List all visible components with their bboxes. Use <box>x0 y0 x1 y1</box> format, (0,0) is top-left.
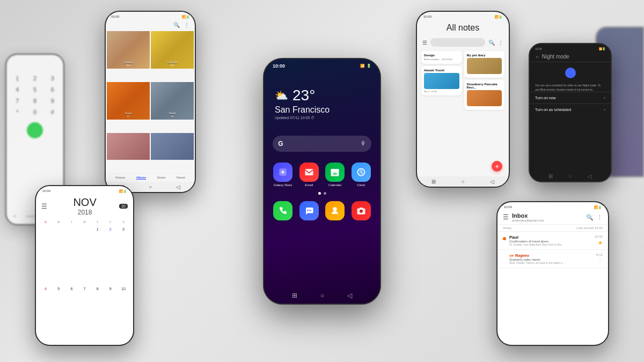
notes-status-bar: 10:00 📶🔋 <box>417 12 509 20</box>
night-mode-toggle[interactable] <box>565 68 576 78</box>
calendar-icon: 28 <box>325 162 345 182</box>
notes-add-fab[interactable]: + <box>492 161 502 172</box>
gallery-tabs: Pictures Albums Stories Shared <box>106 173 195 182</box>
night-turn-on-scheduled[interactable]: Turn on as scheduled › <box>530 104 611 115</box>
inbox-last-synced: Last synced 10:32 <box>576 226 603 230</box>
weather-city: San Francisco <box>275 105 369 115</box>
weather-temperature: 23° <box>292 87 315 104</box>
vip-dot <box>503 255 506 258</box>
night-mode-phone: 10:00 📶🔋 ← Night mode You can set a sche… <box>529 43 612 182</box>
svg-point-6 <box>307 210 308 211</box>
notes-col-left: Design Book a vacation... 11/2 10:24... … <box>421 51 462 174</box>
calendar-header: ☰ NOV 2018 20 <box>36 194 133 218</box>
inbox-email: androidux@gmail.com <box>512 219 583 222</box>
notes-phone: 10:00 📶🔋 All notes ☰ 🔍 ⋮ Design Book a v… <box>416 11 510 188</box>
calendar-grid: - - - - 1 2 3 4 5 6 7 8 9 10 <box>36 226 133 345</box>
calendar-badge: 20 <box>119 204 128 209</box>
inbox-search-icon[interactable]: 🔍 <box>586 214 594 221</box>
svg-point-9 <box>333 207 338 211</box>
preview-paul: Hi, Charlie. Your flight from New York t… <box>509 243 591 246</box>
svg-rect-1 <box>305 169 313 175</box>
note-strawberry[interactable]: Strawberry Pancake Reci... <box>464 80 505 110</box>
app-calendar[interactable]: 28 Calendar <box>325 162 345 187</box>
gallery-status-bar: 10:00 📶🔋 <box>106 12 195 20</box>
center-status-bar: 10:00 📶 🔋 <box>264 59 380 71</box>
dock-messages-icon[interactable] <box>299 201 319 220</box>
page-dots <box>318 192 326 195</box>
app-galaxy-store[interactable]: Galaxy Store <box>273 162 292 187</box>
calendar-month: NOV <box>50 196 119 209</box>
notes-title: All notes <box>417 20 509 36</box>
center-status-icons: 📶 🔋 <box>360 64 371 68</box>
app-clock[interactable]: Clock <box>352 162 371 187</box>
search-bar[interactable]: G 🎙 <box>273 136 371 152</box>
nav-bar: ⊞ ○ ◁ <box>264 292 380 299</box>
svg-text:28: 28 <box>333 172 337 175</box>
inbox-menu-icon[interactable]: ☰ <box>503 213 509 221</box>
gallery-time: 10:00 <box>111 15 119 19</box>
notes-search[interactable] <box>430 38 485 47</box>
note-pet-diary[interactable]: My pet diary <box>464 51 505 78</box>
call-button <box>27 122 43 138</box>
time-rajeev: 8:12 <box>596 253 603 256</box>
gallery-cell-street: Street 124 <box>151 82 194 132</box>
inbox-title: Inbox <box>512 212 583 219</box>
inbox-more-icon[interactable]: ⋮ <box>597 214 603 221</box>
app-row-main: Galaxy Store Email 28 <box>270 162 374 187</box>
nav-back: ◁ <box>347 292 352 299</box>
svg-point-11 <box>360 209 363 212</box>
center-time: 10:00 <box>273 63 285 69</box>
dock-phone-icon[interactable] <box>273 201 292 220</box>
note-design[interactable]: Design Book a vacation... 11/2 10:24... <box>421 51 462 64</box>
galaxy-store-label: Galaxy Store <box>274 183 292 187</box>
night-status-bar: 10:00 📶🔋 <box>530 44 611 51</box>
app-email[interactable]: Email <box>299 162 319 187</box>
night-turn-on-now[interactable]: Turn on now › <box>530 92 611 104</box>
email-label: Email <box>305 183 313 187</box>
preview-rajeev: Dear Charlie, There's an issue in the la… <box>509 261 593 264</box>
inbox-status-bar: 10:00 📶🔋 <box>497 202 608 210</box>
gallery-cell-favorite: Favorite 1987 <box>151 31 194 81</box>
notes-time: 10:00 <box>423 15 431 19</box>
time-paul: 10:32 <box>595 235 603 238</box>
gallery-cell-camera: Camera 6314 <box>107 31 150 81</box>
night-nav: ⊞ ○ ◁ <box>530 173 611 179</box>
inbox-actions: 🔍 ⋮ <box>586 214 603 221</box>
gallery-phone: 10:00 📶🔋 🔍 ⋮ Camera 6314 Favorite 1987 <box>105 11 196 193</box>
svg-point-8 <box>310 210 311 211</box>
gallery-cell-food: Food 62 <box>107 82 150 132</box>
inbox-time: 10:00 <box>504 205 512 209</box>
nav-home: ○ <box>320 292 324 299</box>
inbox-item-paul[interactable]: Paul Confirmation of travel plans Hi, Ch… <box>497 232 608 250</box>
calendar-phone: 10:00 📶🔋 ☰ NOV 2018 20 S M T W T F S - -… <box>35 185 134 346</box>
gallery-cell-albums <box>151 133 194 172</box>
svg-rect-3 <box>331 169 339 172</box>
dot-1 <box>318 192 321 195</box>
dock-camera-icon[interactable] <box>352 201 371 220</box>
dot-2 <box>324 192 326 195</box>
notes-nav: ⊞ ○ ◁ <box>417 176 509 187</box>
svg-point-7 <box>309 210 310 211</box>
calendar-status-bar: 10:00 📶🔋 <box>36 186 133 194</box>
night-back-button[interactable]: ← Night mode <box>535 54 569 60</box>
inbox-phone: 10:00 📶🔋 ☰ Inbox androidux@gmail.com 🔍 ⋮… <box>496 201 609 346</box>
clock-label: Clock <box>357 183 365 187</box>
google-g-icon: G <box>278 140 283 147</box>
mic-icon: 🎙 <box>361 141 366 146</box>
star-rajeev[interactable]: ☆ <box>598 258 603 264</box>
notes-cards: Design Book a vacation... 11/2 10:24... … <box>417 49 509 176</box>
email-icon <box>299 162 319 182</box>
galaxy-store-icon <box>273 162 292 182</box>
dock-bitmoji-icon[interactable] <box>325 201 345 220</box>
night-time: 10:00 <box>535 47 542 50</box>
dock-row <box>270 201 374 220</box>
star-paul[interactable]: ★ <box>598 240 603 246</box>
night-header: ← Night mode <box>530 51 611 62</box>
gallery-header: 🔍 ⋮ <box>106 20 195 30</box>
center-phone-home: 10:00 📶 🔋 ⛅ 23° San Francisco Updated 07… <box>263 58 381 305</box>
inbox-item-rajeev[interactable]: VIP Rajeev Quarterly sales report Dear C… <box>497 250 608 268</box>
keypad: 1 2 3 4 5 6 7 8 9 * 0 # <box>6 71 63 120</box>
calendar-year: 2018 <box>50 209 119 216</box>
note-hawaii[interactable]: Hawaii Travel Nov 1 · 11:34 <box>421 66 462 95</box>
notes-toolbar: ☰ 🔍 ⋮ <box>417 36 509 49</box>
